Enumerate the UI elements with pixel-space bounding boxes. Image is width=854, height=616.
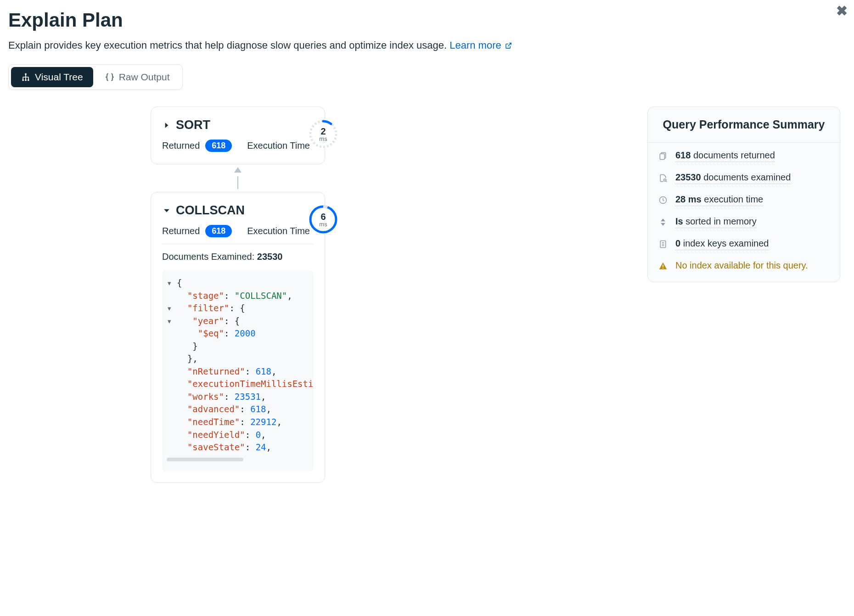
close-icon[interactable]: ✖	[836, 3, 848, 19]
summary-exec-time: 28 ms execution time	[658, 194, 830, 206]
stage-collscan-card: COLLSCAN Returned 618 Execution Time 6 m…	[151, 192, 325, 483]
svg-rect-1	[25, 73, 26, 75]
docs-examined-label: Documents Examined:	[162, 252, 257, 262]
tab-visual-tree[interactable]: Visual Tree	[11, 67, 93, 87]
tab-raw-output-label: Raw Output	[119, 72, 170, 83]
clock-icon	[658, 196, 668, 205]
svg-rect-16	[663, 268, 663, 269]
tab-raw-output[interactable]: Raw Output	[95, 67, 180, 87]
documents-icon	[658, 151, 668, 161]
svg-rect-4	[28, 79, 29, 81]
summary-docs-returned: 618 documents returned	[658, 150, 830, 162]
chevron-down-icon	[162, 206, 171, 215]
svg-rect-15	[663, 264, 663, 267]
view-tabs: Visual Tree Raw Output	[8, 64, 183, 90]
svg-point-5	[310, 121, 336, 147]
summary-docs-examined: 23530 documents examined	[658, 172, 830, 184]
sort-returned-label: Returned	[162, 140, 200, 151]
svg-point-9	[664, 179, 666, 181]
index-icon	[658, 240, 668, 249]
docs-examined: Documents Examined: 23530	[162, 252, 314, 262]
summary-index-keys: 0 index keys examined	[658, 238, 830, 250]
tab-visual-tree-label: Visual Tree	[35, 72, 83, 83]
collscan-exec-label: Execution Time	[247, 226, 314, 236]
learn-more-label: Learn more	[449, 39, 501, 51]
description-text: Explain provides key execution metrics t…	[8, 39, 449, 51]
chevron-right-icon	[162, 121, 171, 130]
stage-sort-card: SORT Returned 618 Execution Time 2 ms	[151, 106, 325, 164]
stage-collscan-header[interactable]: COLLSCAN	[162, 203, 314, 218]
visual-tree: SORT Returned 618 Execution Time 2 ms	[100, 106, 376, 483]
external-link-icon	[505, 42, 512, 49]
sort-exec-label: Execution Time	[247, 140, 314, 151]
summary-sorted: Is sorted in memory	[658, 216, 830, 228]
svg-line-0	[508, 43, 511, 46]
stage-collscan-name: COLLSCAN	[176, 203, 245, 218]
sort-time-badge: 2 ms	[309, 120, 337, 148]
docs-examined-value: 23530	[257, 252, 283, 262]
json-detail: ▾{ "stage": "COLLSCAN", ▾ "filter": { ▾ …	[162, 270, 314, 471]
warning-icon	[658, 262, 668, 271]
stage-sort-name: SORT	[176, 118, 210, 132]
collscan-returned-label: Returned	[162, 226, 200, 236]
summary-warning: No index available for this query.	[658, 260, 830, 272]
svg-rect-2	[22, 79, 24, 81]
learn-more-link[interactable]: Learn more	[449, 39, 512, 51]
sort-icon	[658, 218, 668, 227]
document-search-icon	[658, 174, 668, 183]
query-performance-summary: Query Performance Summary 618 documents …	[647, 106, 840, 282]
tree-icon	[21, 73, 30, 82]
summary-title: Query Performance Summary	[648, 107, 840, 143]
svg-rect-3	[25, 79, 26, 81]
collscan-returned-count: 618	[205, 225, 232, 237]
svg-rect-8	[660, 154, 664, 160]
divider	[162, 244, 314, 244]
horizontal-scrollbar[interactable]	[167, 458, 243, 461]
tree-arrow	[232, 167, 243, 189]
svg-point-6	[310, 207, 336, 232]
sort-returned-count: 618	[205, 140, 232, 152]
collscan-time-badge: 6 ms	[309, 205, 337, 234]
stage-sort-header[interactable]: SORT	[162, 118, 314, 132]
page-description: Explain provides key execution metrics t…	[8, 39, 845, 51]
braces-icon	[105, 73, 114, 82]
page-title: Explain Plan	[8, 9, 845, 31]
